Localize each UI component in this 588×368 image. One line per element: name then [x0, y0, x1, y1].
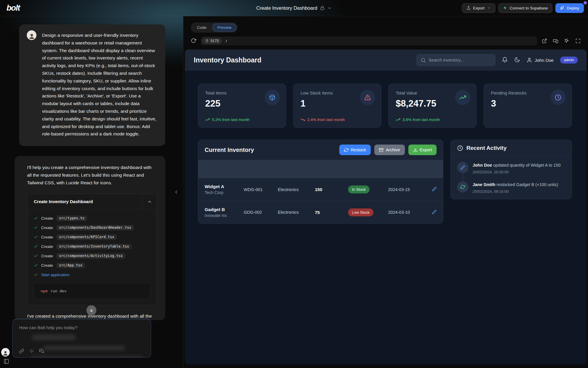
category-cell: Electronics	[278, 187, 315, 192]
preview-panel: Code Preview 5173 /	[183, 16, 588, 368]
check-icon	[34, 254, 38, 258]
step-label: Create	[41, 235, 53, 239]
enhance-prompt-icon[interactable]	[29, 349, 34, 354]
blurred-suggestion	[32, 334, 76, 340]
scroll-to-bottom-button[interactable]	[86, 305, 96, 315]
chat-input[interactable]: How can Bolt help you today?	[12, 319, 151, 358]
product-cell: Gadget B Innovate Inc	[205, 207, 244, 218]
check-icon	[34, 263, 38, 267]
plug-icon	[205, 39, 209, 43]
kpi-trend: 5.2% from last month	[205, 117, 250, 122]
button-icon	[344, 148, 348, 152]
activity-icon	[457, 181, 468, 193]
inventory-card: Current Inventory Restock Archive Export…	[198, 140, 443, 224]
moon-icon	[514, 57, 520, 63]
chevron-left-icon	[173, 189, 179, 195]
bolt-workspace: bolt Create Inventory Dashboard Export C…	[0, 0, 588, 368]
quantity-cell[interactable]: 150	[315, 187, 348, 192]
port-pill[interactable]: 5173	[202, 38, 222, 44]
bulk-action-buttons: Restock Archive Export	[339, 145, 437, 155]
pencil-icon	[432, 210, 437, 214]
rocket-icon	[560, 6, 564, 10]
search-icon	[421, 58, 426, 63]
blurred-suggestion	[31, 356, 143, 358]
topbar-actions: Export Connect to Supabase Deploy	[462, 3, 584, 13]
notification-dot	[584, 1, 587, 4]
quantity-cell[interactable]: 75	[315, 210, 348, 215]
export-button[interactable]: Export	[462, 3, 496, 13]
dark-mode-toggle[interactable]	[514, 57, 520, 64]
panel-left-icon	[4, 359, 9, 364]
discuss-mode-icon[interactable]	[39, 349, 44, 354]
workflow-title: Create Inventory Dashboard	[27, 194, 142, 209]
check-icon	[34, 235, 38, 239]
inventory-header: Current Inventory Restock Archive Export	[198, 140, 443, 160]
search-input[interactable]: Search inventory...	[417, 54, 495, 66]
step-file-path: src/App.tsx	[56, 263, 85, 268]
kpi-icon	[455, 90, 470, 105]
chat-input-toolbar	[19, 349, 44, 354]
user-icon	[527, 57, 532, 63]
fullscreen-icon[interactable]	[575, 38, 581, 44]
notifications-button[interactable]	[502, 57, 508, 64]
address-bar[interactable]: 5173 /	[201, 37, 537, 45]
open-in-new-tab-icon[interactable]	[542, 38, 547, 44]
app-header: Inventory Dashboard Search inventory...	[185, 49, 587, 71]
reload-button[interactable]	[191, 38, 196, 44]
sidebar-toggle-button[interactable]	[3, 359, 9, 365]
activity-header: Recent Activity	[451, 140, 572, 157]
step-label: Start application	[41, 273, 70, 277]
user-message: Design a responsive and user-friendly in…	[19, 24, 165, 146]
project-title-menu[interactable]: Create Inventory Dashboard	[256, 5, 332, 11]
kpi-row: Total Items 225 5.2% from last month Low…	[198, 84, 572, 128]
content-panels: Current Inventory Restock Archive Export…	[198, 140, 572, 224]
clock-icon	[457, 145, 463, 151]
edit-row-button[interactable]	[432, 210, 437, 215]
activity-item: Jane Smith restocked Gadget B (+100 unit…	[457, 181, 565, 195]
bulk-action-button[interactable]: Restock	[339, 145, 371, 155]
user-menu[interactable]: John Doe	[527, 57, 554, 63]
bulk-action-button[interactable]: Export	[408, 145, 437, 155]
chevron-up-icon	[147, 199, 152, 204]
tab-code[interactable]: Code	[192, 24, 211, 32]
status-cell: In Stock	[348, 185, 388, 193]
bolt-logo: bolt	[6, 3, 20, 13]
tab-preview[interactable]: Preview	[212, 24, 236, 32]
export-icon	[467, 6, 471, 10]
chevron-down-icon	[487, 6, 491, 10]
kpi-trend: 3.8% from last month	[396, 117, 440, 122]
profile-avatar[interactable]	[1, 348, 10, 357]
url-path: /	[226, 39, 227, 43]
topbar: bolt Create Inventory Dashboard Export C…	[0, 0, 588, 16]
step-file-path: src/components/ActivityLog.tsx	[56, 253, 126, 259]
chat-collapse-handle[interactable]	[173, 189, 179, 196]
next-restock-cell: 2024-03-10	[388, 210, 427, 215]
workflow-step: Create src/components/KPICard.tsx	[34, 232, 150, 242]
chat-input-placeholder: How can Bolt help you today?	[19, 325, 144, 330]
edit-row-button[interactable]	[432, 187, 437, 192]
connect-supabase-button[interactable]: Connect to Supabase	[498, 3, 552, 13]
pencil-icon	[432, 187, 437, 191]
activity-item: John Doe updated quantity of Widget A to…	[457, 162, 565, 181]
attach-link-icon[interactable]	[19, 349, 24, 354]
workflow-collapse-button[interactable]	[142, 194, 157, 209]
main-split: Design a responsive and user-friendly in…	[0, 16, 588, 368]
app-body: Total Items 225 5.2% from last month Low…	[185, 71, 587, 364]
activity-icon	[457, 162, 468, 173]
category-cell: Electronics	[278, 210, 315, 215]
workflow-step: Create src/components/DashboardHeader.ts…	[34, 223, 150, 232]
role-badge: admin	[560, 57, 578, 64]
responsive-devices-icon[interactable]	[553, 38, 558, 44]
activity-list: John Doe updated quantity of Widget A to…	[451, 157, 572, 199]
trend-icon	[205, 117, 210, 122]
step-label: Create	[41, 254, 53, 258]
chevron-down-icon	[328, 6, 332, 10]
next-restock-cell: 2024-03-15	[388, 187, 427, 192]
workflow-step[interactable]: Start application	[34, 270, 150, 279]
app-header-right: Search inventory... John Doe admin	[417, 54, 578, 66]
deploy-button[interactable]: Deploy	[555, 3, 584, 13]
project-title: Create Inventory Dashboard	[256, 5, 317, 11]
table-row: Widget A Tech Corp WDG-001 Electronics 1…	[198, 178, 443, 201]
bulk-action-button[interactable]: Archive	[374, 145, 405, 155]
inspect-cursor-icon[interactable]	[564, 38, 569, 44]
